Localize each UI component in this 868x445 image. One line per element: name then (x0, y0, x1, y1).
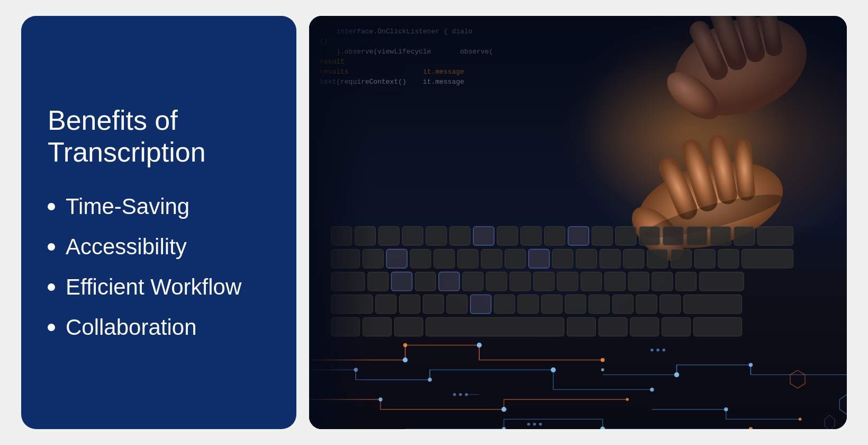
svg-point-108 (749, 427, 753, 429)
svg-rect-84 (394, 317, 423, 336)
svg-rect-89 (662, 317, 691, 336)
svg-rect-41 (529, 250, 549, 268)
svg-rect-61 (581, 272, 602, 290)
svg-rect-59 (534, 272, 554, 290)
svg-point-121 (533, 423, 536, 426)
svg-rect-65 (676, 272, 697, 290)
svg-rect-16 (378, 227, 399, 245)
svg-rect-79 (636, 295, 657, 313)
svg-rect-80 (660, 295, 681, 313)
svg-rect-45 (623, 250, 644, 268)
svg-rect-63 (628, 272, 649, 290)
bullet-dot-icon (48, 324, 55, 331)
svg-rect-76 (565, 295, 586, 313)
svg-point-118 (656, 349, 659, 352)
svg-rect-54 (415, 272, 436, 290)
svg-rect-28 (663, 227, 683, 245)
svg-rect-17 (402, 227, 423, 245)
svg-point-94 (428, 378, 431, 381)
tech-background-image: interface.OnClickListener { dialo () ).o… (309, 16, 847, 429)
svg-rect-75 (541, 295, 562, 313)
svg-rect-57 (486, 272, 507, 290)
svg-rect-50 (742, 250, 793, 268)
title-line-1: Benefits of (48, 105, 270, 137)
svg-rect-37 (434, 250, 455, 268)
svg-rect-44 (600, 250, 620, 268)
title-line-2: Transcription (48, 137, 270, 168)
svg-point-104 (502, 427, 505, 429)
svg-rect-35 (386, 250, 407, 268)
circuit-board-overlay (309, 202, 847, 429)
list-item-accessibility: Accessibility (48, 234, 270, 260)
svg-point-109 (799, 418, 802, 421)
svg-rect-38 (457, 250, 478, 268)
svg-marker-112 (790, 370, 805, 388)
list-item-collaboration: Collaboration (48, 315, 270, 340)
svg-rect-39 (481, 250, 502, 268)
svg-marker-111 (825, 415, 835, 429)
svg-point-98 (601, 368, 604, 371)
svg-rect-29 (686, 227, 707, 245)
svg-rect-88 (630, 317, 659, 336)
svg-rect-49 (718, 250, 739, 268)
bullet-label-efficient-workflow: Efficient Workflow (66, 274, 241, 300)
svg-rect-58 (510, 272, 530, 290)
svg-rect-78 (612, 295, 633, 313)
svg-rect-30 (710, 227, 731, 245)
svg-rect-90 (693, 317, 742, 336)
title-block: Benefits of Transcription (48, 105, 270, 168)
svg-point-122 (539, 423, 542, 426)
top-fade (309, 16, 847, 140)
svg-rect-24 (568, 227, 589, 245)
svg-marker-110 (839, 395, 847, 414)
svg-point-95 (551, 367, 556, 372)
svg-point-96 (674, 372, 679, 377)
svg-rect-42 (553, 250, 573, 268)
svg-point-107 (626, 398, 629, 401)
svg-point-113 (453, 393, 456, 396)
left-panel: Benefits of Transcription Time-Saving Ac… (21, 16, 296, 429)
svg-rect-26 (616, 227, 636, 245)
svg-rect-56 (463, 272, 483, 290)
svg-point-119 (662, 349, 665, 352)
svg-rect-72 (471, 295, 491, 313)
svg-rect-27 (639, 227, 660, 245)
svg-point-99 (650, 388, 654, 391)
svg-rect-36 (410, 250, 431, 268)
svg-rect-77 (589, 295, 610, 313)
svg-rect-46 (647, 250, 668, 268)
svg-rect-70 (423, 295, 444, 313)
svg-rect-66 (699, 272, 744, 290)
svg-rect-55 (439, 272, 459, 290)
svg-rect-62 (604, 272, 625, 290)
svg-rect-22 (521, 227, 541, 245)
svg-point-106 (601, 358, 604, 362)
svg-rect-53 (391, 272, 412, 290)
svg-rect-73 (494, 295, 514, 313)
svg-rect-20 (473, 227, 494, 245)
svg-rect-18 (426, 227, 447, 245)
svg-point-92 (477, 343, 482, 348)
svg-rect-69 (399, 295, 420, 313)
svg-rect-81 (684, 295, 742, 313)
svg-rect-48 (694, 250, 715, 268)
svg-point-100 (501, 407, 506, 412)
bullet-label-accessibility: Accessibility (66, 234, 187, 260)
svg-rect-19 (450, 227, 471, 245)
svg-rect-31 (734, 227, 755, 245)
svg-point-103 (600, 426, 605, 429)
svg-rect-25 (592, 227, 612, 245)
list-item-efficient-workflow: Efficient Workflow (48, 274, 270, 300)
svg-point-97 (749, 363, 753, 367)
svg-point-117 (650, 349, 654, 352)
svg-rect-43 (576, 250, 596, 268)
svg-point-101 (378, 397, 382, 401)
bullet-dot-icon (48, 283, 55, 291)
left-fade (309, 16, 374, 429)
svg-rect-68 (376, 295, 396, 313)
svg-rect-40 (505, 250, 526, 268)
svg-rect-64 (652, 272, 673, 290)
benefits-list: Time-Saving Accessibility Efficient Work… (48, 194, 270, 340)
bullet-dot-icon (48, 203, 55, 210)
svg-rect-21 (497, 227, 518, 245)
